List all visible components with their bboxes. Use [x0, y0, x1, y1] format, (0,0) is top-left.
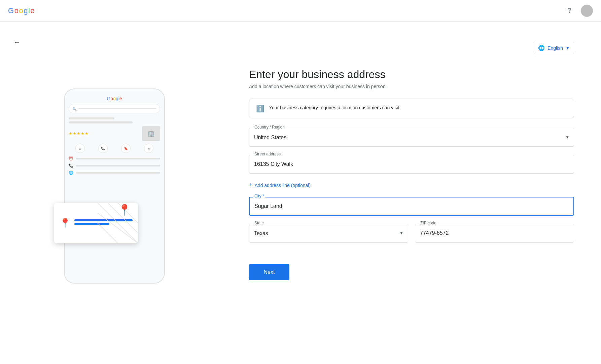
language-selector[interactable]: 🌐 English ▼ — [534, 42, 574, 54]
info-text: Your business category requires a locati… — [269, 104, 399, 111]
add-address-line-button[interactable]: + Add address line (optional) — [249, 182, 574, 189]
phone-clock-icon: ⏰ — [69, 156, 73, 161]
zip-label: ZIP code — [419, 221, 438, 225]
country-label: Country / Region — [253, 125, 286, 130]
phone-search-icon: 🔍 — [72, 107, 76, 111]
form-title: Enter your business address — [249, 68, 574, 81]
phone-phone-icon: 📞 — [69, 163, 73, 168]
zip-code-field: ZIP code — [415, 224, 574, 243]
language-label: English — [547, 45, 563, 51]
phone-google-logo: Google — [69, 93, 160, 101]
svg-line-0 — [98, 213, 138, 243]
chevron-down-icon: ▼ — [566, 46, 570, 50]
header-left: Google — [8, 6, 34, 15]
map-popup: 📍 📍 — [54, 203, 138, 243]
phone-globe-icon: 🌐 — [69, 171, 73, 175]
header-right: ? — [563, 5, 593, 17]
city-field: City * — [249, 197, 574, 216]
info-box: ℹ️ Your business category requires a loc… — [249, 99, 574, 118]
city-label: City * — [253, 194, 266, 198]
header: Google ? — [0, 0, 601, 22]
info-icon: ℹ️ — [256, 105, 264, 113]
state-zip-row: State Texas ▼ ZIP code — [249, 224, 574, 251]
back-arrow-icon: ← — [13, 38, 20, 46]
phone-directions-btn: ◇ — [75, 144, 85, 153]
main-container: ← Google 🔍 ★★ — [0, 22, 601, 364]
stars: ★★★★★ — [69, 131, 89, 136]
plus-icon: + — [249, 182, 253, 189]
map-pin-red-icon: 📍 — [118, 204, 131, 216]
globe-icon: 🌐 — [538, 45, 545, 51]
phone-rating-row: ★★★★★ 🏢 — [69, 126, 160, 141]
phone-search-bar: 🔍 — [69, 104, 160, 113]
zip-input[interactable] — [415, 224, 574, 243]
avatar[interactable] — [581, 5, 593, 17]
phone-illustration: Google 🔍 ★★★★★ 🏢 — [54, 88, 168, 297]
phone-screen: Google 🔍 ★★★★★ 🏢 — [65, 89, 164, 182]
street-label: Street address — [253, 152, 282, 156]
building-icon: 🏢 — [147, 130, 155, 137]
state-field: State Texas ▼ — [249, 224, 408, 243]
street-input[interactable] — [249, 155, 574, 174]
add-address-label: Add address line (optional) — [255, 183, 311, 188]
help-button[interactable]: ? — [563, 5, 575, 17]
phone-share-btn: ⎋ — [144, 144, 153, 153]
phone-image: 🏢 — [142, 126, 160, 141]
phone-save-btn: 🔖 — [121, 144, 131, 153]
right-panel: 🌐 English ▼ Enter your business address … — [222, 22, 601, 364]
form-subtitle: Add a location where customers can visit… — [249, 84, 574, 89]
next-button[interactable]: Next — [249, 264, 289, 280]
back-button[interactable]: ← — [13, 38, 20, 46]
street-address-field: Street address — [249, 155, 574, 174]
left-panel: ← Google 🔍 ★★ — [0, 22, 222, 364]
google-logo: Google — [8, 6, 34, 15]
phone-call-btn: 📞 — [98, 144, 108, 153]
state-select[interactable]: Texas — [249, 224, 408, 243]
country-field: Country / Region United States ▼ — [249, 128, 574, 147]
phone-body: Google 🔍 ★★★★★ 🏢 — [64, 88, 165, 284]
phone-icon-row: ◇ 📞 🔖 ⎋ — [69, 144, 160, 153]
state-label: State — [253, 221, 265, 225]
country-select[interactable]: United States — [249, 128, 574, 147]
city-input[interactable] — [249, 197, 574, 216]
map-pin-blue-icon: 📍 — [59, 218, 71, 229]
